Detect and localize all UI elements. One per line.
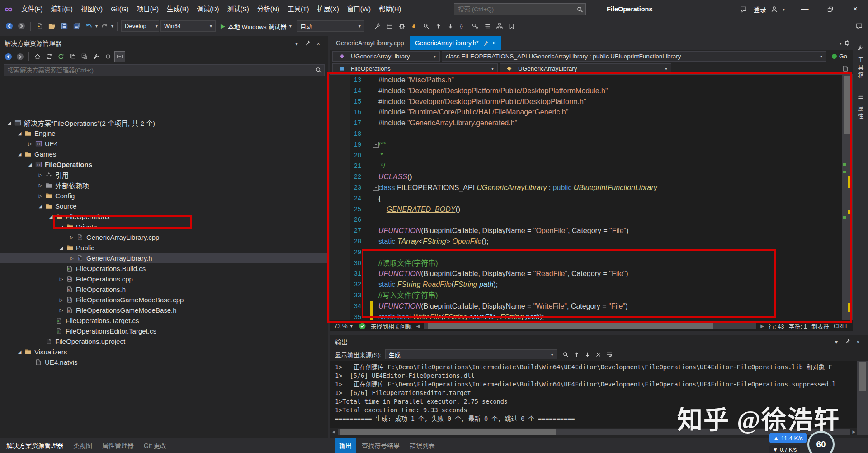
tree-item-Public[interactable]: ◢Public	[0, 243, 328, 253]
find-icon[interactable]	[561, 349, 571, 360]
tree-item-UE4.natvis[interactable]: UE4.natvis	[0, 357, 328, 367]
collapse-all-icon[interactable]	[79, 51, 90, 62]
tree-item-Config[interactable]: ▷Config	[0, 191, 328, 201]
tree-item--FileOperations-2-2-[interactable]: ◢解决方案“FileOperations”(2 个项目, 共 2 个)	[0, 118, 328, 128]
collapse-arrow-icon[interactable]: ◢	[57, 245, 65, 250]
refresh-icon[interactable]	[56, 51, 66, 62]
tree-item-FileOperationsGameModeBase.cpp[interactable]: ▷++FileOperationsGameModeBase.cpp	[0, 295, 328, 305]
tree-item--[interactable]: ▷外部依赖项	[0, 180, 328, 191]
expand-arrow-icon[interactable]: ▷	[57, 277, 65, 281]
code-search-icon[interactable]	[421, 21, 432, 32]
tree-item-FileOperations.Build.cs[interactable]: #FileOperations.Build.cs	[0, 263, 328, 274]
tree-item-FileOperations[interactable]: ◢++FileOperations	[0, 159, 328, 170]
close-button[interactable]: ×	[843, 0, 868, 18]
solution-config-dropdown[interactable]: Develop▾	[121, 20, 159, 32]
expand-arrow-icon[interactable]: ▷	[68, 256, 75, 261]
scroll-right-icon[interactable]: ▶	[760, 324, 764, 329]
scroll-right-icon[interactable]: ▶	[851, 429, 857, 435]
home-icon[interactable]	[32, 51, 43, 62]
tree-item-Games[interactable]: ◢Games	[0, 149, 328, 159]
tree-item--[interactable]: ▷引用	[0, 170, 328, 180]
menu-调试[interactable]: 调试(D)	[193, 0, 223, 18]
panel-tab-Git 更改[interactable]: Git 更改	[139, 438, 171, 453]
document-health-indicator[interactable]: 未找到相关问题	[357, 320, 412, 331]
panel-tab-查找符号结果[interactable]: 查找符号结果	[357, 438, 404, 453]
hierarchy-icon[interactable]	[494, 21, 505, 32]
compare-icon[interactable]	[103, 51, 113, 62]
menu-生成[interactable]: 生成(B)	[163, 0, 193, 18]
fold-collapse-box[interactable]: −	[373, 185, 379, 191]
back-icon[interactable]	[3, 51, 14, 62]
nest-icon[interactable]	[67, 51, 78, 62]
menu-视图[interactable]: 视图(V)	[77, 0, 107, 18]
solution-platform-dropdown[interactable]: Win64▾	[160, 20, 216, 32]
expand-arrow-icon[interactable]: ▷	[57, 297, 65, 302]
properties-icon[interactable]	[91, 51, 102, 62]
sync-icon[interactable]	[44, 51, 55, 62]
zoom-control[interactable]: 73 % ▾	[334, 323, 353, 329]
word-wrap-icon[interactable]	[604, 349, 615, 360]
expand-arrow-icon[interactable]: ▷	[37, 183, 44, 188]
flame-icon[interactable]	[409, 21, 420, 32]
close-icon[interactable]: ×	[313, 38, 324, 49]
pin-icon[interactable]	[482, 39, 489, 47]
type-dropdown[interactable]: UGenericArrayLibrary ▾	[500, 63, 671, 74]
panel-tab-输出[interactable]: 输出	[335, 438, 356, 453]
fold-collapse-box[interactable]: −	[373, 142, 379, 148]
menu-工具[interactable]: 工具(T)	[283, 0, 313, 18]
feedback-icon[interactable]	[738, 4, 749, 14]
chevron-down-icon[interactable]: ▾	[291, 38, 302, 49]
scroll-left-icon[interactable]: ◀	[330, 429, 337, 435]
close-icon[interactable]: ×	[853, 337, 863, 348]
gear-icon[interactable]	[842, 38, 853, 48]
tree-item-FileOperationsEditor.Target.cs[interactable]: #FileOperationsEditor.Target.cs	[0, 326, 328, 336]
scope-dropdown[interactable]: UGenericArrayLibrary ▾	[332, 51, 440, 62]
collapse-arrow-icon[interactable]: ◢	[5, 120, 13, 125]
editor-vertical-scrollbar[interactable]	[842, 75, 853, 320]
project-dropdown[interactable]: FileOperations ▾	[332, 63, 498, 74]
pin-icon[interactable]	[302, 37, 313, 48]
tree-item-Private[interactable]: ◢Private	[0, 222, 328, 232]
debug-mode-dropdown[interactable]: 自动▾	[297, 20, 364, 32]
tree-item-Visualizers[interactable]: ◢Visualizers	[0, 347, 328, 357]
tree-item-FileOperations.uproject[interactable]: FileOperations.uproject	[0, 336, 328, 347]
forward-icon[interactable]	[16, 21, 27, 32]
tree-item-Source[interactable]: ◢Source	[0, 201, 328, 211]
menu-文件[interactable]: 文件(F)	[17, 0, 47, 18]
new-file-icon[interactable]: +	[34, 21, 45, 32]
preview-toggle-icon[interactable]	[114, 51, 125, 62]
expand-arrow-icon[interactable]: ▷	[37, 193, 44, 198]
pin-icon[interactable]	[842, 336, 853, 347]
code-editor[interactable]: 13#include "Misc/Paths.h"14#include "Dev…	[330, 75, 842, 320]
quick-search-input[interactable]	[454, 6, 575, 13]
menu-窗口[interactable]: 窗口(W)	[343, 0, 375, 18]
forward-icon[interactable]	[14, 51, 25, 62]
output-source-dropdown[interactable]: 生成 ▾	[385, 349, 557, 359]
prev-message-icon[interactable]	[571, 349, 582, 360]
gear-icon[interactable]	[396, 21, 407, 32]
collapse-arrow-icon[interactable]: ◢	[57, 224, 65, 229]
menu-项目[interactable]: 项目(P)	[133, 0, 163, 18]
restore-button[interactable]	[817, 0, 843, 18]
bookmark-icon[interactable]	[506, 21, 517, 32]
redo-icon[interactable]	[99, 21, 110, 32]
fold-margin[interactable]	[361, 172, 378, 182]
tree-item-GenericArrayLibrary.h[interactable]: ▷hGenericArrayLibrary.h	[0, 253, 328, 263]
scroll-left-icon[interactable]: ◀	[416, 324, 420, 329]
save-all-icon[interactable]	[71, 21, 82, 32]
feedback-icon[interactable]	[854, 21, 864, 32]
tree-item-Engine[interactable]: ◢Engine	[0, 128, 328, 138]
tree-item-FileOperations[interactable]: ◢FileOperations	[0, 211, 328, 222]
tree-item-UE4[interactable]: ▷++UE4	[0, 138, 328, 149]
minimize-button[interactable]: —	[792, 0, 817, 18]
menu-帮助[interactable]: 帮助(H)	[375, 0, 405, 18]
panel-tab-解决方案资源管理器[interactable]: 解决方案资源管理器	[2, 438, 68, 453]
autohide-tab-属性[interactable]: 属性	[855, 91, 866, 121]
save-icon[interactable]	[59, 21, 70, 32]
fold-margin[interactable]	[361, 96, 378, 107]
scrollbar-thumb[interactable]	[340, 429, 556, 435]
close-icon[interactable]: ×	[492, 39, 496, 47]
undo-icon[interactable]	[83, 21, 94, 32]
open-folder-icon[interactable]	[47, 21, 57, 32]
menu-编辑[interactable]: 编辑(E)	[47, 0, 77, 18]
